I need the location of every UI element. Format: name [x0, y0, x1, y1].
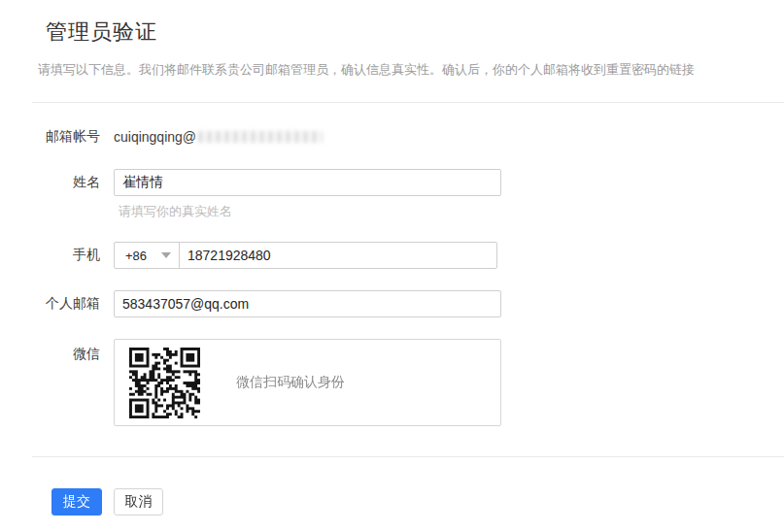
redacted-email-domain — [198, 131, 323, 143]
wechat-scan-text: 微信扫码确认身份 — [236, 374, 345, 391]
cancel-button[interactable]: 取消 — [114, 488, 163, 515]
name-row: 姓名 — [39, 169, 784, 196]
email-account-label: 邮箱帐号 — [39, 128, 100, 146]
wechat-scan-box: 微信扫码确认身份 — [114, 339, 501, 426]
chevron-down-icon — [161, 252, 171, 258]
phone-label: 手机 — [39, 247, 100, 264]
page-subtitle: 请填写以下信息。我们将邮件联系贵公司邮箱管理员，确认信息真实性。确认后，你的个人… — [38, 61, 784, 79]
phone-row: 手机 +86 — [39, 242, 784, 269]
wechat-label: 微信 — [39, 346, 100, 363]
email-account-row: 邮箱帐号 cuiqingqing@ — [39, 128, 784, 146]
country-code-value: +86 — [125, 249, 147, 263]
wechat-row: 微信 微信扫码确认身份 — [39, 339, 784, 426]
page-title: 管理员验证 — [46, 17, 784, 47]
button-row: 提交 取消 — [51, 488, 784, 515]
email-account-visible-text: cuiqingqing@ — [114, 129, 196, 145]
name-hint: 请填写你的真实姓名 — [119, 203, 784, 220]
personal-email-row: 个人邮箱 — [39, 290, 784, 317]
admin-verification-page: 管理员验证 请填写以下信息。我们将邮件联系贵公司邮箱管理员，确认信息真实性。确认… — [0, 17, 784, 515]
qr-code — [129, 348, 200, 418]
name-input[interactable] — [114, 169, 501, 196]
submit-button[interactable]: 提交 — [51, 488, 102, 515]
personal-email-input[interactable] — [114, 290, 501, 317]
top-divider — [32, 102, 784, 103]
bottom-divider — [32, 456, 784, 457]
personal-email-label: 个人邮箱 — [39, 295, 100, 313]
country-code-select[interactable]: +86 — [114, 242, 180, 269]
name-label: 姓名 — [39, 174, 100, 191]
email-account-value: cuiqingqing@ — [114, 129, 323, 145]
phone-input[interactable] — [179, 242, 497, 269]
